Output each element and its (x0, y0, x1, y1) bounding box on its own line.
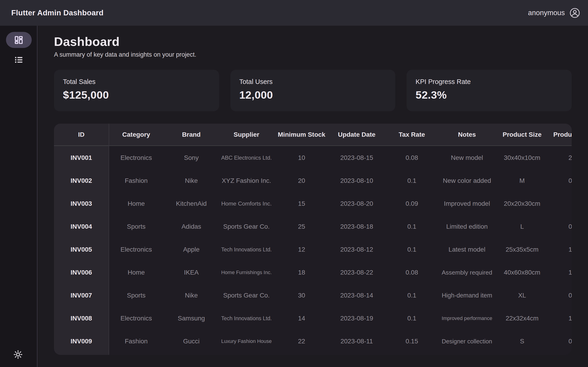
row-id-cell: INV001 (54, 146, 109, 169)
table-cell: Sports (109, 284, 164, 307)
table-cell: 25x35x5cm (494, 238, 550, 261)
table-cell: 2023-08-10 (329, 169, 384, 192)
stat-value: 52.3% (415, 89, 572, 101)
table-cell: XL (494, 284, 550, 307)
sun-icon (13, 349, 23, 360)
table-row: INV003HomeKitchenAidHome Comforts Inc.15… (54, 192, 572, 215)
account-circle-icon[interactable] (569, 8, 580, 18)
table-cell: 0.1 (384, 238, 439, 261)
table-cell: 0.1 (384, 169, 439, 192)
id-column-divider (109, 124, 109, 355)
table-cell (550, 192, 572, 215)
table-cell: Improved performance (439, 307, 494, 330)
table-cell: L (494, 215, 550, 238)
table-body: INV001ElectronicsSonyABC Electronics Ltd… (54, 146, 572, 353)
table-cell: 2023-08-19 (329, 307, 384, 330)
table-cell: 25 (274, 215, 329, 238)
table-cell: Designer collection (439, 330, 494, 353)
user-name[interactable]: anonymous (528, 9, 565, 17)
table-cell: Home Comforts Inc. (219, 192, 274, 215)
table-row: INV002FashionNikeXYZ Fashion Inc.202023-… (54, 169, 572, 192)
inventory-table: IDCategoryBrandSupplierMinimum StockUpda… (54, 124, 572, 355)
table-cell: 40x60x80cm (494, 261, 550, 284)
stat-card-total-sales: Total Sales $125,000 (54, 70, 219, 111)
table-cell: 22x32x4cm (494, 307, 550, 330)
stat-value: $125,000 (63, 89, 219, 101)
table-cell: 10 (274, 146, 329, 169)
page-subtitle: A summary of key data and insights on yo… (54, 50, 572, 59)
header-cell: Brand (164, 124, 219, 145)
table-cell: Latest model (439, 238, 494, 261)
table-cell: Home (109, 261, 164, 284)
table-cell: 2023-08-14 (329, 284, 384, 307)
theme-toggle-button[interactable] (0, 349, 36, 360)
stat-label: Total Sales (63, 78, 219, 85)
table-cell: 2023-08-22 (329, 261, 384, 284)
table-cell: 2023-08-18 (329, 215, 384, 238)
table-cell: 12 (274, 238, 329, 261)
table-cell: 0 (550, 215, 572, 238)
table-cell: ABC Electronics Ltd. (219, 146, 274, 169)
table-row: INV005ElectronicsAppleTech Innovations L… (54, 238, 572, 261)
table-cell: 1 (550, 238, 572, 261)
table-cell: 0.1 (384, 284, 439, 307)
active-nav-pill[interactable] (6, 32, 32, 48)
table-cell: 0 (550, 284, 572, 307)
stat-card-kpi-progress: KPI Progress Rate 52.3% (406, 70, 572, 111)
stats-row: Total Sales $125,000 Total Users 12,000 … (54, 70, 572, 111)
header-cell: Supplier (219, 124, 274, 145)
header-cell: Category (109, 124, 164, 145)
stat-label: KPI Progress Rate (415, 78, 572, 85)
row-id-cell: INV003 (54, 192, 109, 215)
page-title: Dashboard (54, 34, 572, 49)
table-cell: 2023-08-20 (329, 192, 384, 215)
table-cell: Tech Innovations Ltd. (219, 307, 274, 330)
table-cell: 0.1 (384, 307, 439, 330)
table-cell: Electronics (109, 307, 164, 330)
table-cell: 20 (274, 169, 329, 192)
stat-value: 12,000 (239, 89, 396, 101)
table-cell: 1 (550, 261, 572, 284)
table-cell: Nike (164, 169, 219, 192)
header-cell: Update Date (329, 124, 384, 145)
topbar: Flutter Admin Dashboard anonymous (0, 0, 588, 26)
table-cell: S (494, 330, 550, 353)
table-cell: Assembly required (439, 261, 494, 284)
header-cell: Minimum Stock (274, 124, 329, 145)
table-cell: 15 (274, 192, 329, 215)
table-cell: Apple (164, 238, 219, 261)
sidebar-item-list[interactable] (0, 53, 37, 67)
table-row: INV001ElectronicsSonyABC Electronics Ltd… (54, 146, 572, 169)
table-cell: 2023-08-11 (329, 330, 384, 353)
table-cell: M (494, 169, 550, 192)
table-cell: New color added (439, 169, 494, 192)
table-header: IDCategoryBrandSupplierMinimum StockUpda… (54, 124, 572, 146)
table-cell: Luxury Fashion House (219, 330, 274, 353)
table-cell: Fashion (109, 169, 164, 192)
stat-card-total-users: Total Users 12,000 (230, 70, 396, 111)
table-cell: Sports Gear Co. (219, 284, 274, 307)
table-cell: 20x20x30cm (494, 192, 550, 215)
table-cell: High-demand item (439, 284, 494, 307)
table-cell: Sports (109, 215, 164, 238)
table-cell: New model (439, 146, 494, 169)
row-id-cell: INV004 (54, 215, 109, 238)
header-cell: Produ (550, 124, 572, 145)
user-menu[interactable]: anonymous (528, 8, 580, 18)
table-cell: Electronics (109, 238, 164, 261)
table-cell: 0.08 (384, 146, 439, 169)
table-cell: 0 (550, 169, 572, 192)
table-cell: 22 (274, 330, 329, 353)
table-cell: Improved model (439, 192, 494, 215)
row-id-cell: INV002 (54, 169, 109, 192)
table-cell: 0 (550, 330, 572, 353)
table-cell: 2 (550, 146, 572, 169)
sidebar (0, 26, 37, 367)
table-cell: 1 (550, 307, 572, 330)
table-cell: Samsung (164, 307, 219, 330)
sidebar-item-dashboard[interactable] (0, 32, 37, 48)
table-cell: Home (109, 192, 164, 215)
table-cell: Adidas (164, 215, 219, 238)
header-cell: Tax Rate (384, 124, 439, 145)
table-cell: IKEA (164, 261, 219, 284)
